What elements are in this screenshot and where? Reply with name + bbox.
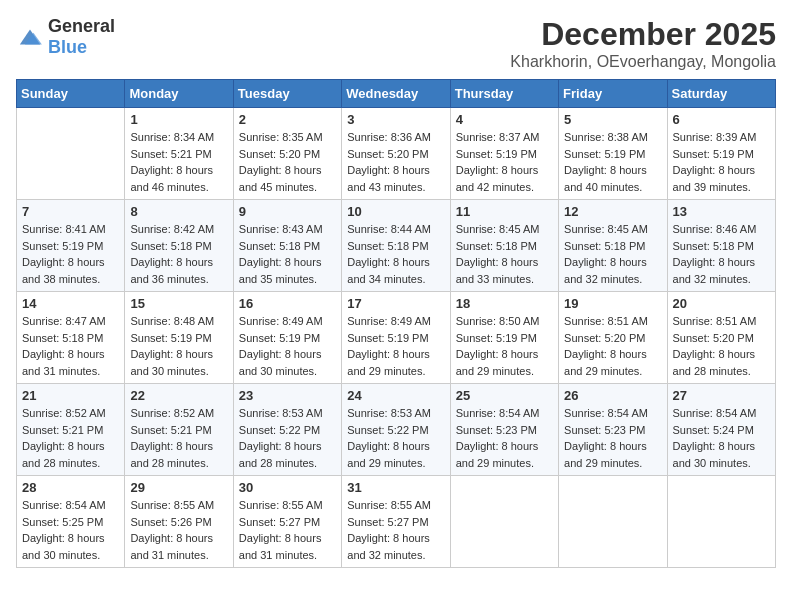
day-info: Sunrise: 8:52 AM Sunset: 5:21 PM Dayligh… (22, 405, 119, 471)
weekday-header-cell: Sunday (17, 80, 125, 108)
calendar-day-cell: 15 Sunrise: 8:48 AM Sunset: 5:19 PM Dayl… (125, 292, 233, 384)
sunrise: Sunrise: 8:38 AM (564, 131, 648, 143)
sunset: Sunset: 5:19 PM (456, 332, 537, 344)
sunset: Sunset: 5:18 PM (239, 240, 320, 252)
day-info: Sunrise: 8:53 AM Sunset: 5:22 PM Dayligh… (239, 405, 336, 471)
sunrise: Sunrise: 8:52 AM (22, 407, 106, 419)
sunset: Sunset: 5:20 PM (564, 332, 645, 344)
day-info: Sunrise: 8:55 AM Sunset: 5:26 PM Dayligh… (130, 497, 227, 563)
daylight: Daylight: 8 hours and 29 minutes. (456, 348, 539, 377)
day-info: Sunrise: 8:49 AM Sunset: 5:19 PM Dayligh… (347, 313, 444, 379)
day-info: Sunrise: 8:37 AM Sunset: 5:19 PM Dayligh… (456, 129, 553, 195)
sunset: Sunset: 5:21 PM (22, 424, 103, 436)
calendar-day-cell: 12 Sunrise: 8:45 AM Sunset: 5:18 PM Dayl… (559, 200, 667, 292)
sunrise: Sunrise: 8:53 AM (239, 407, 323, 419)
day-info: Sunrise: 8:42 AM Sunset: 5:18 PM Dayligh… (130, 221, 227, 287)
day-info: Sunrise: 8:51 AM Sunset: 5:20 PM Dayligh… (564, 313, 661, 379)
calendar-day-cell: 25 Sunrise: 8:54 AM Sunset: 5:23 PM Dayl… (450, 384, 558, 476)
calendar-day-cell: 2 Sunrise: 8:35 AM Sunset: 5:20 PM Dayli… (233, 108, 341, 200)
daylight: Daylight: 8 hours and 43 minutes. (347, 164, 430, 193)
day-number: 26 (564, 388, 661, 403)
calendar-week-row: 1 Sunrise: 8:34 AM Sunset: 5:21 PM Dayli… (17, 108, 776, 200)
sunrise: Sunrise: 8:42 AM (130, 223, 214, 235)
sunset: Sunset: 5:20 PM (673, 332, 754, 344)
sunrise: Sunrise: 8:37 AM (456, 131, 540, 143)
calendar-day-cell: 14 Sunrise: 8:47 AM Sunset: 5:18 PM Dayl… (17, 292, 125, 384)
daylight: Daylight: 8 hours and 28 minutes. (22, 440, 105, 469)
sunrise: Sunrise: 8:51 AM (673, 315, 757, 327)
daylight: Daylight: 8 hours and 33 minutes. (456, 256, 539, 285)
sunrise: Sunrise: 8:36 AM (347, 131, 431, 143)
sunset: Sunset: 5:23 PM (564, 424, 645, 436)
calendar-day-cell (559, 476, 667, 568)
day-info: Sunrise: 8:55 AM Sunset: 5:27 PM Dayligh… (239, 497, 336, 563)
day-number: 30 (239, 480, 336, 495)
weekday-header-cell: Tuesday (233, 80, 341, 108)
day-info: Sunrise: 8:54 AM Sunset: 5:23 PM Dayligh… (456, 405, 553, 471)
weekday-header-cell: Thursday (450, 80, 558, 108)
sunrise: Sunrise: 8:48 AM (130, 315, 214, 327)
day-number: 5 (564, 112, 661, 127)
sunset: Sunset: 5:22 PM (347, 424, 428, 436)
sunrise: Sunrise: 8:54 AM (22, 499, 106, 511)
sunset: Sunset: 5:25 PM (22, 516, 103, 528)
daylight: Daylight: 8 hours and 31 minutes. (130, 532, 213, 561)
daylight: Daylight: 8 hours and 29 minutes. (564, 348, 647, 377)
sunrise: Sunrise: 8:55 AM (130, 499, 214, 511)
location-title: Kharkhorin, OEvoerhangay, Mongolia (510, 53, 776, 71)
sunrise: Sunrise: 8:50 AM (456, 315, 540, 327)
day-number: 21 (22, 388, 119, 403)
sunrise: Sunrise: 8:55 AM (239, 499, 323, 511)
day-info: Sunrise: 8:47 AM Sunset: 5:18 PM Dayligh… (22, 313, 119, 379)
sunset: Sunset: 5:20 PM (239, 148, 320, 160)
day-info: Sunrise: 8:54 AM Sunset: 5:24 PM Dayligh… (673, 405, 770, 471)
sunset: Sunset: 5:19 PM (564, 148, 645, 160)
sunset: Sunset: 5:18 PM (347, 240, 428, 252)
day-number: 14 (22, 296, 119, 311)
daylight: Daylight: 8 hours and 40 minutes. (564, 164, 647, 193)
sunrise: Sunrise: 8:39 AM (673, 131, 757, 143)
sunrise: Sunrise: 8:44 AM (347, 223, 431, 235)
calendar-day-cell: 23 Sunrise: 8:53 AM Sunset: 5:22 PM Dayl… (233, 384, 341, 476)
weekday-header-cell: Saturday (667, 80, 775, 108)
calendar-day-cell: 19 Sunrise: 8:51 AM Sunset: 5:20 PM Dayl… (559, 292, 667, 384)
calendar-day-cell (17, 108, 125, 200)
calendar-day-cell: 18 Sunrise: 8:50 AM Sunset: 5:19 PM Dayl… (450, 292, 558, 384)
calendar-day-cell: 26 Sunrise: 8:54 AM Sunset: 5:23 PM Dayl… (559, 384, 667, 476)
day-info: Sunrise: 8:50 AM Sunset: 5:19 PM Dayligh… (456, 313, 553, 379)
sunset: Sunset: 5:20 PM (347, 148, 428, 160)
daylight: Daylight: 8 hours and 30 minutes. (239, 348, 322, 377)
calendar-day-cell: 22 Sunrise: 8:52 AM Sunset: 5:21 PM Dayl… (125, 384, 233, 476)
day-info: Sunrise: 8:35 AM Sunset: 5:20 PM Dayligh… (239, 129, 336, 195)
header: General Blue December 2025 Kharkhorin, O… (16, 16, 776, 71)
sunset: Sunset: 5:19 PM (673, 148, 754, 160)
sunset: Sunset: 5:18 PM (564, 240, 645, 252)
sunrise: Sunrise: 8:52 AM (130, 407, 214, 419)
day-number: 28 (22, 480, 119, 495)
sunset: Sunset: 5:21 PM (130, 424, 211, 436)
logo-general: General (48, 16, 115, 36)
calendar-day-cell: 6 Sunrise: 8:39 AM Sunset: 5:19 PM Dayli… (667, 108, 775, 200)
daylight: Daylight: 8 hours and 31 minutes. (239, 532, 322, 561)
title-area: December 2025 Kharkhorin, OEvoerhangay, … (510, 16, 776, 71)
day-number: 8 (130, 204, 227, 219)
calendar-day-cell (667, 476, 775, 568)
sunset: Sunset: 5:22 PM (239, 424, 320, 436)
day-number: 1 (130, 112, 227, 127)
logo-icon (16, 26, 44, 48)
weekday-header-row: SundayMondayTuesdayWednesdayThursdayFrid… (17, 80, 776, 108)
day-number: 17 (347, 296, 444, 311)
day-number: 19 (564, 296, 661, 311)
calendar-day-cell: 7 Sunrise: 8:41 AM Sunset: 5:19 PM Dayli… (17, 200, 125, 292)
calendar-week-row: 28 Sunrise: 8:54 AM Sunset: 5:25 PM Dayl… (17, 476, 776, 568)
day-number: 2 (239, 112, 336, 127)
day-number: 16 (239, 296, 336, 311)
day-number: 27 (673, 388, 770, 403)
sunrise: Sunrise: 8:51 AM (564, 315, 648, 327)
calendar: SundayMondayTuesdayWednesdayThursdayFrid… (16, 79, 776, 568)
sunrise: Sunrise: 8:34 AM (130, 131, 214, 143)
sunset: Sunset: 5:24 PM (673, 424, 754, 436)
sunrise: Sunrise: 8:49 AM (347, 315, 431, 327)
day-number: 10 (347, 204, 444, 219)
day-info: Sunrise: 8:45 AM Sunset: 5:18 PM Dayligh… (564, 221, 661, 287)
